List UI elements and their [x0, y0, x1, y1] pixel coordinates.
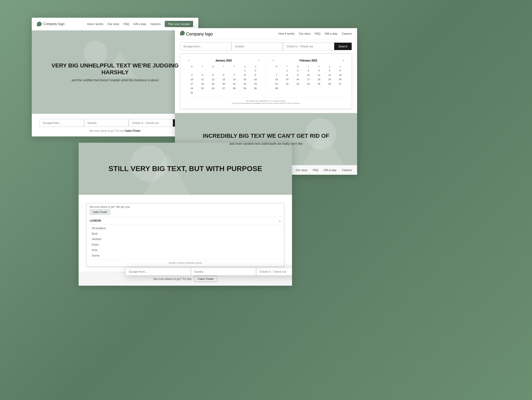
nav-gift-a-stay[interactable]: Gift a stay [133, 22, 146, 26]
cal-day[interactable]: 7 [229, 73, 239, 77]
card2-nav-gift-a-stay[interactable]: Gift a stay [325, 32, 338, 35]
card2-nav-faq[interactable]: FAQ [315, 32, 320, 35]
card2-nav-how-it-works[interactable]: How it works [278, 32, 295, 35]
cal-day[interactable]: 26 [208, 86, 218, 90]
cal-day[interactable]: 10 [187, 77, 197, 82]
january-header: ‹ January 2022 › [187, 58, 261, 63]
cal-day[interactable]: 18 [314, 77, 324, 82]
card2-nav-our-story[interactable]: Our story [299, 32, 311, 35]
location-item-all[interactable]: All locations [87, 226, 284, 231]
feb-prev-button[interactable]: ‹ [271, 58, 276, 63]
cal-day[interactable]: 23 [293, 82, 303, 86]
nav-our-story[interactable]: Our story [107, 22, 119, 26]
cal-day[interactable]: 30 [250, 86, 261, 90]
cal-day[interactable]: 27 [218, 86, 229, 90]
cal-day[interactable]: 14 [271, 77, 282, 82]
cal-day[interactable]: 27 [335, 82, 345, 86]
cal-day[interactable]: 22 [282, 82, 292, 86]
nav-careers[interactable]: Careers [150, 22, 161, 26]
footer-cabin-finder-button[interactable]: Cabin Finder [194, 276, 217, 282]
nav-faq[interactable]: FAQ [123, 22, 129, 26]
nav-how-it-works[interactable]: How it works [87, 22, 103, 26]
cal-day[interactable]: 5 [208, 73, 218, 77]
cal-day[interactable]: 20 [218, 82, 229, 86]
cal-day[interactable]: 14 [229, 77, 239, 82]
cal-day[interactable]: 11 [197, 77, 208, 82]
cabin-finder-link[interactable]: Cabin Finder [125, 129, 141, 132]
checkin-input[interactable] [129, 119, 173, 127]
jan-next-button[interactable]: › [256, 58, 261, 63]
card2-hero-subtitle: and more random text underneath we reall… [229, 142, 303, 146]
cal-day[interactable]: 19 [208, 82, 218, 86]
cal-day[interactable]: 15 [282, 77, 292, 82]
cal-day[interactable]: 23 [250, 82, 261, 86]
cal-day[interactable]: 12 [208, 77, 218, 82]
cal-day[interactable]: 17 [187, 82, 197, 86]
card3-search-section: Search [79, 195, 292, 203]
card2-search-button[interactable]: Search [334, 43, 352, 50]
cal-day[interactable]: 16 [250, 77, 261, 82]
card2-checkin-input[interactable] [283, 43, 334, 50]
card2-guests-input[interactable] [232, 43, 283, 50]
cal-day[interactable]: 19 [324, 77, 335, 82]
cal-day[interactable]: 31 [187, 91, 197, 95]
cal-day[interactable]: 2 [250, 68, 261, 73]
cal-day[interactable]: 4 [314, 68, 324, 73]
location-item-essex[interactable]: Essex [87, 242, 284, 247]
cal-day[interactable]: 26 [324, 82, 335, 86]
card2-nav-careers[interactable]: Careers [342, 32, 352, 35]
card3-checkin-input[interactable] [256, 268, 292, 275]
cal-day[interactable]: 24 [187, 86, 197, 90]
cal-day[interactable]: 8 [282, 73, 292, 77]
cal-day[interactable]: 1 [282, 68, 292, 73]
cal-day[interactable]: 11 [314, 73, 324, 77]
cal-day[interactable]: 9 [293, 73, 303, 77]
cal-day[interactable]: 25 [314, 82, 324, 86]
cal-day[interactable]: 4 [197, 73, 208, 77]
cal-day[interactable]: 21 [229, 82, 239, 86]
card1-nav-links: How it works Our story FAQ Gift a stay C… [87, 21, 193, 27]
guests-input[interactable] [84, 119, 129, 127]
cal-day[interactable]: 21 [271, 82, 282, 86]
card3-escape-input[interactable] [126, 268, 191, 275]
cabin-finder-button[interactable]: Cabin Finder [90, 209, 110, 215]
card2-bottom-careers[interactable]: Careers [342, 168, 352, 172]
cal-day[interactable]: 18 [197, 82, 208, 86]
cal-day[interactable]: 6 [218, 73, 229, 77]
cal-day[interactable]: 6 [335, 68, 345, 73]
cal-day[interactable]: 1 [240, 68, 250, 73]
cal-day[interactable]: 17 [303, 77, 314, 82]
location-item-kent[interactable]: Kent [87, 247, 284, 253]
cal-day[interactable]: 12 [324, 73, 335, 77]
cal-day[interactable]: 5 [324, 68, 335, 73]
cal-day[interactable]: 2 [293, 68, 303, 73]
cal-day[interactable]: 25 [197, 86, 208, 90]
location-item-hertford[interactable]: Hertford [87, 236, 284, 242]
cal-day[interactable]: 10 [303, 73, 314, 77]
card3-guests-input[interactable] [191, 268, 256, 275]
card2-bottom-our-story[interactable]: Our story [296, 168, 307, 172]
cal-day[interactable]: 28 [229, 86, 239, 90]
cal-day[interactable]: 13 [218, 77, 229, 82]
location-item-surrey[interactable]: Surrey [87, 253, 284, 258]
cal-day[interactable]: 7 [271, 73, 282, 77]
cal-day[interactable]: 28 [271, 86, 282, 90]
cal-day[interactable]: 15 [240, 77, 250, 82]
cal-day[interactable]: 3 [303, 68, 314, 73]
cal-day[interactable]: 22 [240, 82, 250, 86]
card2-bottom-gift-a-stay[interactable]: Gift a stay [324, 168, 337, 172]
cal-day[interactable]: 24 [303, 82, 314, 86]
next-month-button[interactable]: › [341, 58, 345, 63]
location-item-buck[interactable]: Buck [87, 231, 284, 236]
location-header[interactable]: LONDON ⌄ [87, 217, 284, 224]
cal-day[interactable]: 16 [293, 77, 303, 82]
cal-day[interactable]: 29 [240, 86, 250, 90]
plan-escape-button[interactable]: Plan your escape [165, 21, 193, 27]
cal-day[interactable]: 8 [240, 73, 250, 77]
card2-escape-input[interactable] [180, 43, 232, 50]
cal-day[interactable]: 9 [250, 73, 261, 77]
cal-day[interactable]: 13 [335, 73, 345, 77]
escape-from-input[interactable] [40, 119, 84, 127]
cal-day[interactable]: 20 [335, 77, 345, 82]
card2-bottom-faq[interactable]: FAQ [313, 168, 318, 172]
